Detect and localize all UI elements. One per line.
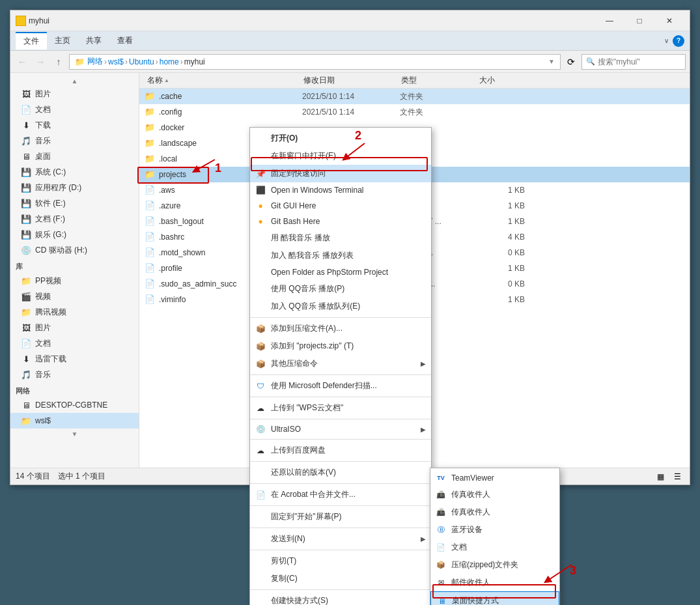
sidebar-item-tencent[interactable]: 📁 腾讯视频 — [10, 304, 139, 320]
ctx-add-zip-named[interactable]: 📦 添加到 "projects.zip" (T) — [250, 337, 431, 355]
ctx-git-bash-label: Git Bash Here — [271, 217, 320, 226]
sidebar-item-thunder[interactable]: ⬇ 迅雷下载 — [10, 351, 139, 367]
minimize-button[interactable]: — — [595, 10, 624, 31]
ribbon-tab-file[interactable]: 文件 — [16, 32, 47, 49]
ctx-copy-label: 复制(C) — [271, 573, 298, 584]
sidebar-item-f[interactable]: 💾 文档 (F:) — [10, 211, 139, 227]
ctx-pin-start[interactable]: 固定到"开始"屏幕(P) — [250, 508, 431, 526]
search-box[interactable]: 🔍 — [581, 54, 686, 70]
ctx-pin-quick-access[interactable]: 📌 固定到快速访问 — [250, 165, 431, 182]
ctx-copy[interactable]: 复制(C) — [250, 570, 431, 587]
sidebar-item-documents[interactable]: 📄 文档 — [10, 102, 139, 117]
ctx-open[interactable]: 打开(O) — [250, 130, 431, 147]
sidebar-item-music2[interactable]: 🎵 音乐 — [10, 367, 139, 382]
sub-docs[interactable]: 📄 文档 — [430, 539, 559, 556]
ctx-acrobat[interactable]: 📄 在 Acrobat 中合并文件... — [250, 486, 431, 503]
sidebar-item-d[interactable]: 💾 应用程序 (D:) — [10, 180, 139, 195]
sidebar-item-pics[interactable]: 🖼 图片 — [10, 320, 139, 335]
zipped-folder-icon: 📦 — [436, 560, 446, 570]
sidebar-item-pictures[interactable]: 🖼 图片 — [10, 86, 139, 102]
view-list-button[interactable]: ☰ — [670, 470, 684, 484]
ctx-sep4 — [250, 419, 431, 419]
sidebar-item-video[interactable]: 🎬 视频 — [10, 288, 139, 304]
col-type[interactable]: 类型 — [399, 75, 477, 86]
desktop-pc-icon: 🖥 — [21, 400, 31, 410]
path-ubuntu[interactable]: Ubuntu — [129, 57, 154, 66]
ctx-sep1 — [250, 317, 431, 318]
ctx-git-bash[interactable]: ● Git Bash Here — [250, 214, 431, 229]
sidebar-item-c[interactable]: 💾 系统 (C:) — [10, 164, 139, 180]
path-network[interactable]: 网络 — [87, 56, 103, 67]
ctx-restore[interactable]: 还原以前的版本(V) — [250, 464, 431, 481]
file-icon-viminfo: 📄 — [145, 294, 155, 305]
sub-fax2-label: 传真收件人 — [451, 507, 490, 518]
ctx-qq-play[interactable]: 使用 QQ音乐 播放(P) — [250, 280, 431, 298]
ctx-other-zip[interactable]: 📦 其他压缩命令 ▶ — [250, 355, 431, 373]
mail-icon: ✉ — [436, 578, 446, 588]
file-item-cache[interactable]: 📁 .cache 2021/5/10 1:14 文件夹 — [139, 89, 690, 104]
ctx-add-zip[interactable]: 📦 添加到压缩文件(A)... — [250, 320, 431, 337]
sidebar-item-h[interactable]: 💿 CD 驱动器 (H:) — [10, 242, 139, 258]
sub-desktop-shortcut[interactable]: 🖥 桌面快捷方式 — [430, 591, 559, 605]
maximize-button[interactable]: □ — [624, 10, 654, 31]
ribbon-collapse-icon[interactable]: ∨ — [664, 37, 669, 44]
path-home[interactable]: home — [160, 57, 179, 66]
address-path[interactable]: 📁 网络 › wsl$ › Ubuntu › home › myhui ▼ — [69, 54, 561, 70]
ctx-ultraiso[interactable]: 💿 UltraISO ▶ — [250, 421, 431, 437]
ctx-defender[interactable]: 🛡 使用 Microsoft Defender扫描... — [250, 377, 431, 395]
sub-mail[interactable]: ✉ 邮件收件人 — [430, 574, 559, 591]
search-icon: 🔍 — [586, 57, 595, 66]
sidebar-item-downloads[interactable]: ⬇ 下载 — [10, 117, 139, 133]
sub-fax1[interactable]: 📠 传真收件人 — [430, 486, 559, 503]
drive-f-icon: 💾 — [21, 214, 31, 224]
sidebar-item-desktop-pc[interactable]: 🖥 DESKTOP-CGBTNE — [10, 397, 139, 413]
forward-button[interactable]: → — [33, 54, 48, 70]
col-size[interactable]: 大小 — [477, 75, 529, 86]
ctx-wps[interactable]: ☁ 上传到 "WPS云文档" — [250, 399, 431, 417]
path-wsl[interactable]: wsl$ — [108, 57, 124, 66]
file-icon-aws: 📄 — [145, 185, 155, 195]
sidebar-item-desktop[interactable]: 🖥 桌面 — [10, 148, 139, 164]
refresh-button[interactable]: ⟳ — [563, 54, 579, 70]
search-input[interactable] — [598, 57, 695, 66]
ctx-baidu[interactable]: ☁ 上传到百度网盘 — [250, 442, 431, 459]
zip-icon: 📦 — [255, 324, 266, 334]
sidebar-item-docs[interactable]: 📄 文档 — [10, 335, 139, 351]
view-grid-button[interactable]: ▦ — [653, 470, 667, 484]
sidebar-scroll-down[interactable]: ▼ — [10, 429, 139, 439]
sidebar-item-music[interactable]: 🎵 音乐 — [10, 133, 139, 148]
sub-fax2[interactable]: 📠 传真收件人 — [430, 503, 559, 521]
ctx-git-gui[interactable]: ● Git GUI Here — [250, 198, 431, 214]
ctx-kuwo-play[interactable]: 用 酷我音乐 播放 — [250, 229, 431, 247]
ctx-send-to[interactable]: 发送到(N) ▶ — [250, 530, 431, 548]
ctx-open-new-window[interactable]: 在新窗口中打开(E) — [250, 147, 431, 165]
back-button[interactable]: ← — [14, 54, 30, 70]
sub-bluetooth[interactable]: Ⓑ 蓝牙设备 — [430, 521, 559, 539]
ctx-open-terminal[interactable]: ⬛ Open in Windows Terminal — [250, 182, 431, 198]
sub-teamviewer[interactable]: TV TeamViewer — [430, 470, 559, 486]
sidebar-item-wsl[interactable]: 📁 wsl$ — [10, 413, 139, 429]
sidebar-item-e[interactable]: 💾 软件 (E:) — [10, 195, 139, 211]
sidebar-item-pp[interactable]: 📁 PP视频 — [10, 273, 139, 288]
ribbon-tab-share[interactable]: 共享 — [78, 33, 109, 49]
ribbon-tab-home[interactable]: 主页 — [47, 33, 78, 49]
ctx-defender-label: 使用 Microsoft Defender扫描... — [271, 380, 377, 391]
file-item-config[interactable]: 📁 .config 2021/5/10 1:14 文件夹 — [139, 104, 690, 120]
sidebar-item-g[interactable]: 💾 娱乐 (G:) — [10, 227, 139, 242]
ctx-cut[interactable]: 剪切(T) — [250, 552, 431, 570]
ribbon-tab-view[interactable]: 查看 — [109, 33, 141, 49]
ctx-kuwo-add[interactable]: 加入 酷我音乐 播放列表 — [250, 247, 431, 264]
sidebar-label-wsl: wsl$ — [35, 416, 51, 425]
up-button[interactable]: ↑ — [51, 54, 66, 70]
col-name[interactable]: 名称 ▲ — [145, 75, 301, 86]
close-button[interactable]: ✕ — [654, 10, 684, 31]
path-dropdown-icon[interactable]: ▼ — [548, 58, 555, 65]
sub-zipped-folder[interactable]: 📦 压缩(zipped)文件夹 — [430, 556, 559, 574]
ctx-qq-add[interactable]: 加入 QQ音乐 播放队列(E) — [250, 298, 431, 315]
downloads-icon: ⬇ — [21, 120, 31, 130]
sidebar-scroll-up[interactable]: ▲ — [10, 76, 139, 86]
ribbon-help-icon[interactable]: ? — [673, 35, 684, 47]
ctx-phpstorm[interactable]: Open Folder as PhpStorm Project — [250, 264, 431, 280]
ctx-create-shortcut[interactable]: 创建快捷方式(S) — [250, 592, 431, 605]
col-date[interactable]: 修改日期 — [301, 75, 399, 86]
